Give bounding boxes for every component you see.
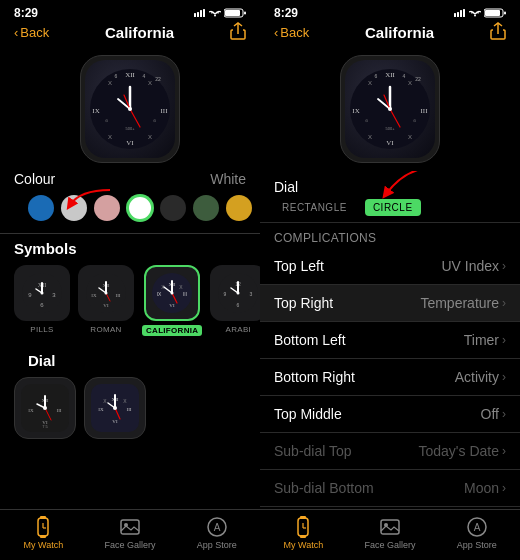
- right-watch-preview: XII III VI IX X X X X 6 4 22 500+: [260, 51, 520, 171]
- left-share-button[interactable]: [230, 22, 246, 43]
- dial-face-2[interactable]: XII III VI IX X X: [84, 377, 146, 439]
- svg-rect-0: [194, 13, 196, 17]
- right-back-label: Back: [280, 25, 309, 40]
- symbol-pills[interactable]: XII 3 6 9 PILLS: [14, 265, 70, 336]
- right-time: 8:29: [274, 6, 298, 20]
- right-status-bar: 8:29: [260, 0, 520, 22]
- complication-row-topright[interactable]: Top Right Temperature ›: [260, 285, 520, 322]
- svg-text:500+: 500+: [125, 126, 135, 131]
- svg-text:IX: IX: [28, 408, 34, 413]
- svg-text:X: X: [148, 80, 152, 86]
- svg-text:X: X: [368, 134, 372, 140]
- dial-type-rectangle[interactable]: RECTANGLE: [274, 199, 355, 216]
- svg-rect-87: [40, 535, 46, 538]
- topmiddle-chevron: ›: [502, 407, 506, 421]
- dial-face-1[interactable]: XII III VI IX 7 5: [14, 377, 76, 439]
- right-tab-gallery[interactable]: Face Gallery: [347, 516, 434, 550]
- right-title: California: [365, 24, 434, 41]
- right-share-button[interactable]: [490, 22, 506, 43]
- svg-text:22: 22: [415, 76, 421, 82]
- left-status-icons: [194, 8, 246, 18]
- left-tab-appstore[interactable]: A App Store: [173, 516, 260, 550]
- left-tab-mywatch[interactable]: My Watch: [0, 516, 87, 550]
- right-chevron-left-icon: ‹: [274, 25, 278, 40]
- left-tab-mywatch-label: My Watch: [24, 540, 64, 550]
- svg-text:6: 6: [115, 73, 118, 79]
- swatch-silver[interactable]: [61, 195, 87, 221]
- left-tab-gallery[interactable]: Face Gallery: [87, 516, 174, 550]
- right-back-button[interactable]: ‹ Back: [274, 25, 309, 40]
- symbol-roman[interactable]: XII III VI IX ROMAN: [78, 265, 134, 336]
- svg-rect-2: [200, 10, 202, 17]
- left-back-label: Back: [20, 25, 49, 40]
- svg-text:III: III: [116, 293, 121, 298]
- colour-value: White: [210, 171, 246, 187]
- swatch-blue[interactable]: [28, 195, 54, 221]
- gallery-tab-icon: [119, 516, 141, 538]
- right-tab-bar: My Watch Face Gallery A App Store: [260, 509, 520, 560]
- svg-text:VI: VI: [103, 303, 109, 308]
- colour-swatches: [14, 187, 246, 229]
- battery-icon: [224, 8, 246, 18]
- swatch-black[interactable]: [160, 195, 186, 221]
- subdialbot-chevron: ›: [502, 481, 506, 495]
- bottomright-value: Activity ›: [455, 369, 506, 385]
- complications-header: Complications: [260, 223, 520, 248]
- svg-text:A: A: [473, 522, 480, 533]
- right-header: ‹ Back California: [260, 22, 520, 51]
- svg-text:XII: XII: [125, 71, 135, 79]
- dial-type-circle[interactable]: CIRCLE: [365, 199, 421, 216]
- left-title: California: [105, 24, 174, 41]
- left-header: ‹ Back California: [0, 22, 260, 51]
- symbol-label-roman: ROMAN: [90, 325, 121, 334]
- topleft-value: UV Index ›: [441, 258, 506, 274]
- wifi-icon: [209, 9, 221, 17]
- svg-rect-1: [197, 12, 199, 17]
- right-appstore-tab-icon: A: [466, 516, 488, 538]
- bottomleft-label: Bottom Left: [274, 332, 346, 348]
- topleft-label: Top Left: [274, 258, 324, 274]
- left-back-button[interactable]: ‹ Back: [14, 25, 49, 40]
- left-tab-gallery-label: Face Gallery: [104, 540, 155, 550]
- complication-row-topleft[interactable]: Top Left UV Index ›: [260, 248, 520, 285]
- svg-rect-124: [300, 535, 306, 538]
- swatch-gold[interactable]: [226, 195, 252, 221]
- symbol-arabi[interactable]: 12 3 6 9 ARABI: [210, 265, 260, 336]
- right-tab-appstore[interactable]: A App Store: [433, 516, 520, 550]
- swatch-white[interactable]: [127, 195, 153, 221]
- complication-row-topmiddle[interactable]: Top Middle Off ›: [260, 396, 520, 433]
- svg-text:IX: IX: [157, 291, 162, 297]
- svg-text:X: X: [408, 134, 412, 140]
- svg-text:X: X: [408, 80, 412, 86]
- symbol-california[interactable]: XII III VI IX X X CALIFORNIA: [142, 265, 202, 336]
- svg-text:IX: IX: [352, 107, 359, 115]
- swatch-pink[interactable]: [94, 195, 120, 221]
- right-panel: 8:29 ‹ Back: [260, 0, 520, 560]
- topmiddle-value: Off ›: [481, 406, 506, 422]
- complication-row-subdialbot: Sub-dial Bottom Moon ›: [260, 470, 520, 507]
- colour-row[interactable]: Colour White: [14, 171, 246, 187]
- right-battery-icon: [484, 8, 506, 18]
- svg-text:⊙: ⊙: [413, 118, 416, 123]
- svg-rect-100: [485, 10, 500, 16]
- svg-text:IX: IX: [98, 407, 104, 412]
- complication-row-bottomright[interactable]: Bottom Right Activity ›: [260, 359, 520, 396]
- right-status-icons: [454, 8, 506, 18]
- svg-point-84: [113, 406, 117, 410]
- right-settings-list: Dial RECTANGLE CIRCLE Complications Top …: [260, 171, 520, 509]
- topmiddle-label: Top Middle: [274, 406, 342, 422]
- right-tab-mywatch[interactable]: My Watch: [260, 516, 347, 550]
- symbols-section: Symbols XII 3 6 9 PILLS: [0, 234, 260, 342]
- right-tab-gallery-label: Face Gallery: [364, 540, 415, 550]
- symbol-label-california: CALIFORNIA: [142, 325, 202, 336]
- swatch-green[interactable]: [193, 195, 219, 221]
- topright-chevron: ›: [502, 296, 506, 310]
- svg-point-24: [128, 107, 132, 111]
- svg-rect-6: [225, 10, 240, 16]
- svg-point-98: [474, 15, 476, 17]
- complication-row-bottomleft[interactable]: Bottom Left Timer ›: [260, 322, 520, 359]
- svg-rect-101: [504, 12, 506, 15]
- complication-row-subdialtop: Sub-dial Top Today's Date ›: [260, 433, 520, 470]
- watch-tab-icon: [32, 516, 54, 538]
- svg-text:III: III: [127, 407, 132, 412]
